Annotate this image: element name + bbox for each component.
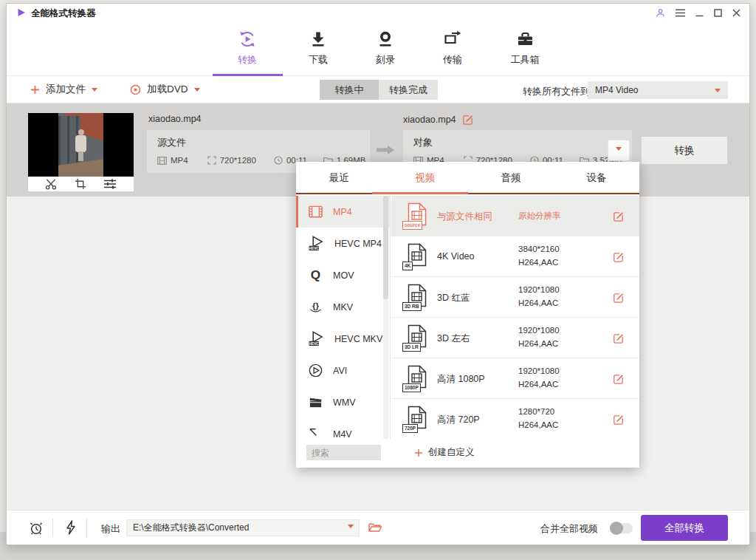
panel-tab-audio[interactable]: 音频: [468, 162, 554, 194]
burn-disc-icon: [376, 30, 395, 49]
output-format-select[interactable]: MP4 Video: [588, 81, 728, 99]
separator: [52, 519, 53, 537]
preset-name: 4K Video: [437, 251, 475, 262]
nav-label: 工具箱: [511, 53, 540, 66]
maximize-icon[interactable]: [714, 9, 722, 17]
convert-all-button[interactable]: 全部转换: [641, 515, 728, 541]
format-item-avi[interactable]: AVI: [296, 355, 390, 386]
format-item-hevc-mkv[interactable]: HEVC HEVC MKV: [296, 323, 390, 355]
nav-label: 转换: [238, 53, 257, 66]
target-file-name: xiaodao.mp4: [403, 114, 473, 125]
preset-hd-1080p[interactable]: 1080P 高清 1080P 1920*1080 H264,AAC: [391, 358, 639, 399]
edit-preset-icon[interactable]: [613, 292, 624, 303]
plus-icon: [414, 448, 423, 457]
panel-active-tab-indicator: [372, 192, 468, 194]
matroska-icon: {}: [308, 299, 323, 315]
preset-resolution: 1280*720: [518, 407, 554, 416]
edit-preset-icon[interactable]: [613, 251, 624, 262]
app-title: 全能格式转换器: [31, 7, 96, 20]
source-box-title: 源文件: [147, 130, 370, 149]
hevc-play-icon: HEVC: [308, 235, 325, 252]
format-list-scrollbar[interactable]: [383, 196, 388, 445]
preset-codec: H264,AAC: [518, 258, 558, 267]
preset-codec: H264,AAC: [518, 420, 558, 429]
preset-badge: source: [402, 221, 422, 230]
crop-icon[interactable]: [75, 179, 86, 189]
preset-file-icon: 720P: [405, 406, 427, 432]
app-logo-play-icon: [17, 8, 26, 17]
panel-tab-recent[interactable]: 最近: [296, 162, 382, 194]
merge-all-label: 合并全部视频: [540, 522, 598, 536]
nav-tab-download[interactable]: 下载: [309, 30, 328, 66]
play-circle-icon: [308, 363, 323, 378]
edit-preset-icon[interactable]: [613, 332, 624, 344]
format-item-mkv[interactable]: {} MKV: [296, 291, 390, 323]
open-folder-icon[interactable]: [368, 522, 382, 533]
load-dvd-button[interactable]: 加载DVD: [130, 83, 200, 96]
preset-name: 3D 红蓝: [437, 292, 470, 304]
schedule-alarm-icon[interactable]: [29, 521, 44, 536]
source-file-name: xiaodao.mp4: [148, 114, 202, 124]
arrow-right-icon: [376, 145, 395, 155]
chevron-down-icon: [715, 89, 721, 95]
format-item-mov[interactable]: Q MOV: [296, 259, 390, 291]
nav-tab-transfer[interactable]: 传输: [443, 30, 462, 66]
high-speed-bolt-icon[interactable]: [66, 520, 76, 535]
create-custom-button[interactable]: 创建自定义: [414, 446, 475, 459]
nav-tab-burn[interactable]: 刻录: [376, 30, 395, 66]
mp4-film-icon: [308, 204, 323, 219]
format-item-mp4[interactable]: MP4: [296, 196, 390, 228]
preset-resolution: 1920*1080: [518, 326, 560, 335]
nav-tab-toolbox[interactable]: 工具箱: [511, 30, 540, 66]
format-item-hevc-mp4[interactable]: HEVC HEVC MP4: [296, 228, 390, 259]
nav-label: 刻录: [376, 53, 395, 66]
add-file-label: 添加文件: [46, 83, 86, 96]
panel-tabs: 最近 视频 音频 设备: [296, 162, 639, 194]
video-thumbnail: [28, 113, 134, 191]
preset-file-icon: source: [405, 202, 427, 229]
preset-hd-720p[interactable]: 720P 高清 720P 1280*720 H264,AAC: [391, 399, 639, 439]
preset-4k-video[interactable]: 4K 4K Video 3840*2160 H264,AAC: [391, 236, 639, 277]
search-input[interactable]: [306, 445, 381, 460]
tab-finished[interactable]: 转换完成: [379, 80, 438, 100]
trim-scissors-icon[interactable]: [45, 179, 58, 190]
convert-row-button[interactable]: 转换: [642, 137, 727, 164]
rename-edit-icon[interactable]: [462, 114, 473, 125]
format-list: MP4 HEVC HEVC MP4 Q MOV {} MKV HEVC HEVC…: [296, 196, 391, 445]
toggle-knob[interactable]: [610, 522, 623, 535]
chevron-down-icon: [616, 147, 622, 154]
preset-badge: 1080P: [402, 383, 421, 392]
svg-text:{}: {}: [312, 301, 319, 310]
preset-same-as-source[interactable]: source 与源文件相同 原始分辨率: [391, 196, 639, 236]
preset-badge: 4K: [402, 262, 413, 270]
add-file-button[interactable]: 添加文件: [30, 83, 97, 96]
edit-preset-icon[interactable]: [613, 414, 624, 425]
menu-icon[interactable]: [676, 9, 685, 17]
panel-footer: 创建自定义: [296, 439, 639, 468]
merge-toggle[interactable]: [610, 523, 633, 533]
close-icon[interactable]: [732, 9, 740, 17]
convert-all-to-label: 转换所有文件到:: [523, 85, 593, 98]
tab-converting[interactable]: 转换中: [320, 80, 379, 100]
preset-3d-red-blue[interactable]: 3D RB 3D 红蓝 1920*1080 H264,AAC: [391, 277, 639, 318]
preset-file-icon: 1080P: [405, 365, 427, 392]
preset-name: 高清 720P: [437, 414, 480, 426]
effects-adjust-icon[interactable]: [103, 179, 117, 189]
load-dvd-label: 加载DVD: [147, 83, 188, 96]
preset-file-icon: 3D RB: [405, 284, 427, 310]
edit-preset-icon[interactable]: [613, 211, 624, 222]
format-dropdown-button[interactable]: [608, 140, 630, 161]
preset-3d-left-right[interactable]: 3D LR 3D 左右 1920*1080 H264,AAC: [391, 318, 639, 358]
output-path-input[interactable]: [126, 519, 360, 536]
edit-preset-icon[interactable]: [613, 373, 624, 384]
preset-name: 高清 1080P: [437, 373, 485, 386]
panel-tab-device[interactable]: 设备: [554, 162, 639, 194]
minimize-icon[interactable]: [695, 9, 704, 17]
panel-tab-video[interactable]: 视频: [382, 162, 467, 194]
chevron-down-icon[interactable]: [348, 525, 354, 531]
main-nav: 转换 下载 刻录 传输 工具箱: [7, 21, 749, 76]
account-icon[interactable]: [656, 8, 665, 18]
format-item-wmv[interactable]: WMV: [296, 386, 390, 418]
scrollbar-thumb[interactable]: [383, 196, 388, 299]
nav-tab-convert[interactable]: 转换: [238, 30, 257, 66]
